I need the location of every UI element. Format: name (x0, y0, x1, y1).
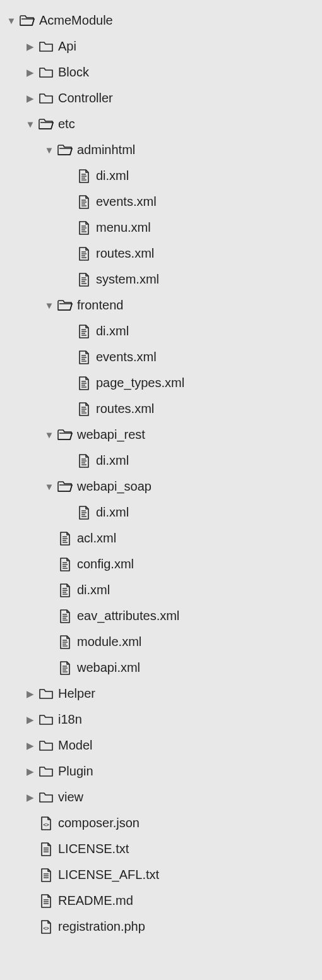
tree-item-label: events.xml (93, 194, 157, 209)
tree-row[interactable]: ▶i18n (5, 707, 317, 732)
disclosure-right-icon[interactable]: ▶ (24, 792, 37, 803)
tree-item-label: eav_attributes.xml (75, 609, 179, 623)
tree-row[interactable]: ▶config.xml (5, 551, 317, 577)
tree-item-label: page_types.xml (93, 376, 184, 390)
disclosure-down-icon[interactable]: ▼ (5, 15, 18, 26)
tree-row[interactable]: ▶acl.xml (5, 525, 317, 551)
tree-item-label: di.xml (93, 453, 129, 468)
file-xml-icon (56, 635, 75, 650)
disclosure-right-icon[interactable]: ▶ (24, 93, 37, 104)
disclosure-right-icon[interactable]: ▶ (24, 740, 37, 751)
tree-item-label: Controller (56, 91, 113, 105)
tree-item-label: Helper (56, 686, 95, 701)
tree-row[interactable]: ▼frontend (5, 292, 317, 318)
file-xml-icon (56, 557, 75, 572)
tree-row[interactable]: ▶eav_attributes.xml (5, 603, 317, 629)
folder-closed-icon (37, 688, 56, 700)
folder-closed-icon (37, 66, 56, 79)
tree-row[interactable]: ▶Plugin (5, 758, 317, 784)
tree-item-label: LICENSE_AFL.txt (56, 868, 159, 882)
tree-row[interactable]: ▶<>composer.json (5, 810, 317, 836)
tree-item-label: composer.json (56, 816, 140, 830)
tree-item-label: Block (56, 65, 89, 80)
tree-row[interactable]: ▶<>registration.php (5, 914, 317, 940)
disclosure-down-icon[interactable]: ▼ (43, 145, 56, 155)
file-xml-icon (56, 583, 75, 598)
tree-row[interactable]: ▼AcmeModule (5, 8, 317, 33)
disclosure-right-icon[interactable]: ▶ (24, 766, 37, 777)
file-text-icon (37, 868, 56, 883)
tree-row[interactable]: ▶module.xml (5, 629, 317, 655)
file-code-icon: <> (37, 919, 56, 935)
tree-item-label: menu.xml (93, 220, 151, 235)
file-xml-icon (75, 169, 93, 184)
tree-row[interactable]: ▼webapi_rest (5, 422, 317, 448)
tree-item-label: adminhtml (75, 143, 135, 157)
tree-item-label: system.xml (93, 272, 159, 287)
tree-row[interactable]: ▶events.xml (5, 344, 317, 370)
tree-row[interactable]: ▶di.xml (5, 577, 317, 603)
file-xml-icon (75, 324, 93, 339)
tree-item-label: config.xml (75, 557, 134, 571)
disclosure-right-icon[interactable]: ▶ (24, 688, 37, 700)
svg-text:<>: <> (43, 926, 49, 931)
folder-open-icon (37, 118, 56, 131)
file-xml-icon (75, 272, 93, 287)
tree-row[interactable]: ▼adminhtml (5, 137, 317, 163)
folder-closed-icon (37, 791, 56, 804)
file-xml-icon (75, 350, 93, 365)
tree-row[interactable]: ▶di.xml (5, 499, 317, 525)
folder-open-icon (56, 481, 75, 493)
tree-row[interactable]: ▶menu.xml (5, 215, 317, 241)
disclosure-right-icon[interactable]: ▶ (24, 67, 37, 78)
disclosure-down-icon[interactable]: ▼ (43, 300, 56, 311)
folder-open-icon (56, 144, 75, 157)
folder-closed-icon (37, 765, 56, 778)
disclosure-right-icon[interactable]: ▶ (24, 41, 37, 52)
folder-closed-icon (37, 714, 56, 726)
tree-row[interactable]: ▶Block (5, 59, 317, 85)
disclosure-down-icon[interactable]: ▼ (43, 429, 56, 440)
tree-row[interactable]: ▶Model (5, 732, 317, 758)
tree-row[interactable]: ▼webapi_soap (5, 474, 317, 499)
tree-row[interactable]: ▶page_types.xml (5, 370, 317, 396)
file-xml-icon (56, 660, 75, 676)
tree-row[interactable]: ▶LICENSE.txt (5, 836, 317, 862)
tree-row[interactable]: ▶di.xml (5, 448, 317, 474)
tree-row[interactable]: ▶routes.xml (5, 396, 317, 422)
tree-item-label: Plugin (56, 764, 93, 779)
tree-item-label: di.xml (75, 583, 110, 597)
tree-item-label: registration.php (56, 919, 145, 934)
file-xml-icon (75, 376, 93, 391)
tree-item-label: webapi.xml (75, 660, 140, 675)
tree-item-label: README.md (56, 893, 133, 908)
file-xml-icon (75, 220, 93, 236)
tree-item-label: LICENSE.txt (56, 842, 129, 856)
disclosure-down-icon[interactable]: ▼ (43, 481, 56, 492)
tree-item-label: di.xml (93, 505, 129, 520)
tree-item-label: module.xml (75, 635, 141, 649)
disclosure-right-icon[interactable]: ▶ (24, 714, 37, 726)
tree-item-label: Api (56, 39, 76, 54)
tree-row[interactable]: ▶events.xml (5, 189, 317, 215)
tree-item-label: events.xml (93, 350, 157, 364)
tree-row[interactable]: ▼etc (5, 111, 317, 137)
tree-row[interactable]: ▶Controller (5, 85, 317, 111)
tree-row[interactable]: ▶LICENSE_AFL.txt (5, 862, 317, 888)
tree-row[interactable]: ▶webapi.xml (5, 655, 317, 681)
tree-item-label: i18n (56, 712, 82, 727)
file-text-icon (37, 893, 56, 909)
tree-row[interactable]: ▶routes.xml (5, 241, 317, 266)
tree-row[interactable]: ▶Helper (5, 681, 317, 707)
tree-row[interactable]: ▶view (5, 784, 317, 810)
folder-closed-icon (37, 40, 56, 53)
file-xml-icon (75, 453, 93, 469)
tree-item-label: webapi_rest (75, 427, 145, 442)
tree-row[interactable]: ▶Api (5, 33, 317, 59)
disclosure-down-icon[interactable]: ▼ (24, 119, 37, 129)
tree-row[interactable]: ▶di.xml (5, 163, 317, 189)
tree-row[interactable]: ▶di.xml (5, 318, 317, 344)
tree-row[interactable]: ▶README.md (5, 888, 317, 914)
tree-row[interactable]: ▶system.xml (5, 266, 317, 292)
file-xml-icon (75, 246, 93, 261)
